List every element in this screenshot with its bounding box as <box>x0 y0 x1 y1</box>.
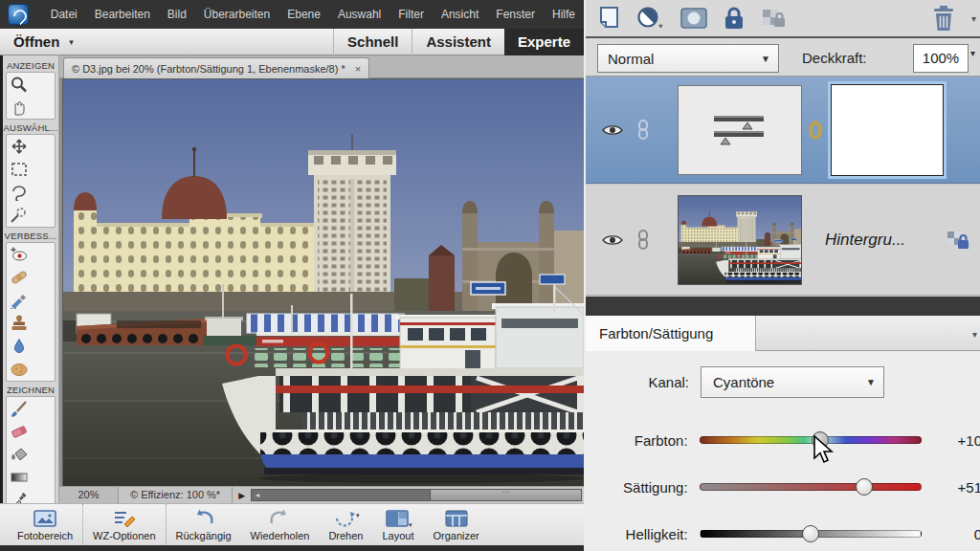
tool-eraser[interactable] <box>7 420 32 443</box>
lightness-value: 0 <box>935 526 980 542</box>
layer-row-background[interactable]: Hintergru... <box>586 185 980 296</box>
opacity-field[interactable]: 100% <box>913 44 969 73</box>
lightness-slider-row: Helligkeit: 0 <box>586 521 980 546</box>
opacity-caret-icon[interactable]: ▾ <box>970 48 975 58</box>
close-tab-icon[interactable]: × <box>355 63 361 75</box>
taskbar-wz-optionen[interactable]: WZ-Optionen <box>82 504 165 546</box>
lock-transparency-icon[interactable] <box>760 6 787 31</box>
channel-select[interactable]: Cyantöne ▼ <box>701 366 884 398</box>
menu-filter[interactable]: Filter <box>390 0 433 29</box>
taskbar-wiederholen[interactable]: Wiederholen <box>241 504 320 546</box>
menu-datei[interactable]: Datei <box>42 0 86 29</box>
tool-healing-brush[interactable] <box>7 266 32 289</box>
chevron-down-icon: ▼ <box>866 377 876 387</box>
hue-slider-track[interactable] <box>700 436 922 444</box>
layout-icon: ▾ <box>384 508 412 529</box>
saturation-slider-knob[interactable] <box>856 478 873 496</box>
canvas-area[interactable] <box>59 78 584 486</box>
tab-schnell[interactable]: Schnell <box>333 29 412 55</box>
status-menu-arrow-icon[interactable]: ▶ <box>233 491 251 500</box>
taskbar-drehen[interactable]: ▾ Drehen <box>319 504 372 546</box>
taskbar-layout[interactable]: ▾ Layout <box>372 504 423 546</box>
tool-clone-stamp[interactable] <box>7 312 32 335</box>
menu-ebene[interactable]: Ebene <box>278 0 329 29</box>
healing-brush-icon <box>9 269 30 286</box>
mode-switcher: Schnell Assistent Experte <box>333 29 584 55</box>
layers-panel-toolbar: ▾ <box>586 0 980 38</box>
open-caret-icon[interactable]: ▾ <box>69 37 74 47</box>
tool-blur[interactable] <box>7 335 32 358</box>
tool-smart-brush[interactable] <box>7 289 32 312</box>
tool-brush[interactable] <box>7 397 32 420</box>
channel-row: Kanal: Cyantöne ▼ <box>586 366 980 398</box>
adjustment-menu-icon[interactable]: ▾ <box>972 329 977 340</box>
saturation-slider-track[interactable] <box>700 483 922 491</box>
scroll-left-icon[interactable]: ◂ <box>252 490 263 500</box>
layer-mask-thumbnail[interactable] <box>831 84 944 176</box>
menu-ansicht[interactable]: Ansicht <box>433 0 487 29</box>
panel-region: ▾ Normal ▼ Deckkraft: 100% ▾ <box>584 0 980 551</box>
menu-bild[interactable]: Bild <box>159 0 195 29</box>
tool-marquee[interactable] <box>7 158 32 181</box>
saturation-slider-row: Sättigung: +51 <box>586 474 980 499</box>
tab-assistent[interactable]: Assistent <box>412 29 504 55</box>
organizer-icon <box>443 508 470 529</box>
section-verbessern: VERBESS... <box>3 231 58 241</box>
rotate-icon: ▾ <box>331 508 360 529</box>
link-icon[interactable] <box>634 119 653 142</box>
tool-move[interactable] <box>7 135 32 158</box>
tool-sponge[interactable] <box>7 358 32 381</box>
taskbar-organizer[interactable]: Organizer <box>423 504 488 546</box>
blend-mode-select[interactable]: Normal ▼ <box>597 44 779 73</box>
adjustment-layer-thumbnail[interactable] <box>678 85 802 175</box>
efficiency-status: © Effizienz: 100 %* <box>119 487 233 503</box>
layer-name[interactable]: Hintergru... <box>825 231 905 250</box>
tab-farbton-saettigung[interactable]: Farbton/Sättigung <box>586 316 756 351</box>
tool-hand[interactable] <box>7 96 32 119</box>
lightness-slider-knob[interactable] <box>802 525 819 542</box>
document-tab[interactable]: © D3.jpg bei 20% (Farbton/Sättigung 1, E… <box>63 57 369 78</box>
opacity-label: Deckkraft: <box>802 50 867 66</box>
clone-stamp-icon <box>9 315 30 332</box>
background-layer-thumbnail[interactable] <box>678 195 802 285</box>
section-zeichnen: ZEICHNEN <box>3 385 58 395</box>
tool-zoom[interactable] <box>7 73 32 96</box>
tool-red-eye[interactable] <box>7 243 32 266</box>
task-bar: Fotobereich WZ-Optionen Rückgängig Wiede… <box>0 503 584 545</box>
panel-menu-icon[interactable]: ▾ <box>971 13 976 24</box>
adjustment-layer-icon[interactable] <box>635 5 666 32</box>
lock-icon[interactable] <box>722 6 746 31</box>
scrollbar-thumb[interactable] <box>430 490 581 500</box>
visibility-eye-icon[interactable] <box>601 121 624 139</box>
tool-lasso[interactable] <box>7 181 32 204</box>
menu-fenster[interactable]: Fenster <box>487 0 544 29</box>
open-button[interactable]: Öffnen <box>13 33 59 50</box>
menu-bearbeiten[interactable]: Bearbeiten <box>86 0 159 29</box>
horizontal-scrollbar[interactable]: ◂ <box>251 489 582 501</box>
tool-paint-bucket[interactable] <box>7 443 32 466</box>
visibility-eye-icon[interactable] <box>601 231 624 249</box>
paint-bucket-icon <box>9 446 30 463</box>
layer-mask-icon[interactable] <box>679 6 708 31</box>
section-auswaehlen: AUSWÄHL... <box>3 122 58 133</box>
tool-quick-select[interactable] <box>7 204 32 227</box>
tab-experte[interactable]: Experte <box>504 29 584 55</box>
delete-layer-icon[interactable] <box>930 4 957 33</box>
taskbar-fotobereich[interactable]: Fotobereich <box>8 504 82 546</box>
link-icon[interactable] <box>634 229 653 252</box>
zoom-level-field[interactable]: 20% <box>59 487 119 503</box>
editor-region: Datei Bearbeiten Bild Überarbeiten Ebene… <box>0 0 584 551</box>
chevron-down-icon: ▼ <box>761 54 770 64</box>
menu-auswahl[interactable]: Auswahl <box>329 0 390 29</box>
tool-gradient[interactable] <box>7 466 32 489</box>
mask-link-icon[interactable] <box>808 118 823 143</box>
lightness-slider-track[interactable] <box>700 530 922 538</box>
document-tab-title: © D3.jpg bei 20% (Farbton/Sättigung 1, E… <box>72 63 345 75</box>
layer-row-adjustment[interactable] <box>586 77 980 184</box>
locked-layer-icon <box>946 229 970 252</box>
taskbar-rueckgaengig[interactable]: Rückgängig <box>166 504 241 546</box>
new-layer-icon[interactable] <box>595 5 622 32</box>
quick-select-icon <box>9 207 30 224</box>
menu-ueberarbeiten[interactable]: Überarbeiten <box>195 0 278 29</box>
menu-hilfe[interactable]: Hilfe <box>544 0 584 29</box>
